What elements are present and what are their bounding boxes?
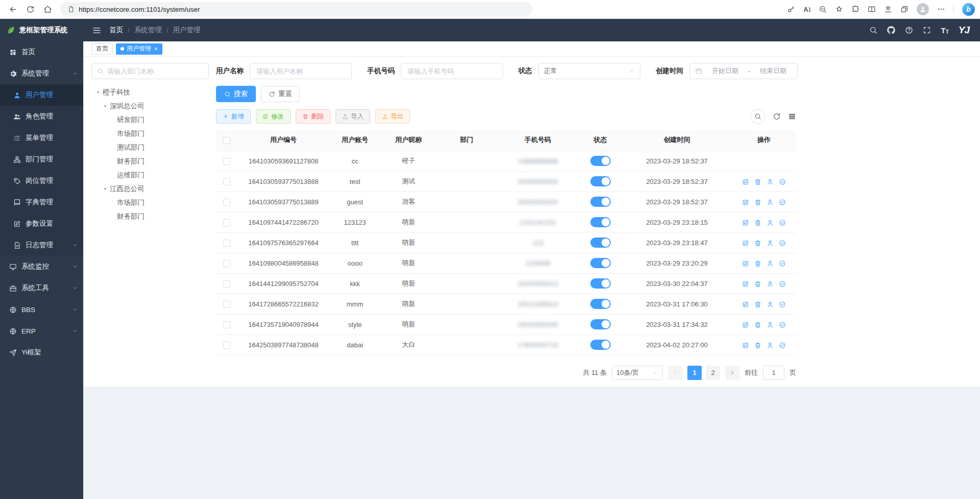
- favorites-add-icon[interactable]: [835, 5, 843, 13]
- caret-down-icon[interactable]: [101, 186, 110, 192]
- edit-square-icon[interactable]: [742, 240, 749, 247]
- trash-icon[interactable]: [754, 219, 761, 226]
- row-checkbox[interactable]: [223, 199, 230, 206]
- select-all-checkbox[interactable]: [223, 137, 230, 144]
- sidebar-item-dept-management[interactable]: 部门管理: [0, 149, 83, 170]
- date-range-picker[interactable]: 开始日期 - 结束日期: [689, 63, 798, 79]
- favorites-bar-icon[interactable]: [884, 5, 892, 13]
- collapse-menu-icon[interactable]: [92, 26, 101, 35]
- trash-icon[interactable]: [754, 260, 761, 267]
- sidebar-item-system-tools[interactable]: 系统工具: [0, 277, 83, 299]
- row-checkbox[interactable]: [223, 260, 230, 267]
- tree-node[interactable]: 测试部门: [91, 140, 209, 154]
- toggle-search-icon[interactable]: [750, 109, 766, 124]
- trash-icon[interactable]: [754, 280, 761, 288]
- goto-page-input[interactable]: [763, 366, 784, 380]
- assign-role-icon[interactable]: [779, 280, 786, 288]
- export-button[interactable]: 导出: [375, 109, 410, 124]
- reset-password-icon[interactable]: [767, 260, 774, 267]
- edit-square-icon[interactable]: [742, 260, 749, 267]
- grid-columns-icon[interactable]: [788, 112, 796, 121]
- status-toggle[interactable]: [590, 299, 611, 309]
- page-button-2[interactable]: 2: [706, 366, 720, 380]
- column-header[interactable]: 创建时间: [622, 130, 732, 151]
- column-header[interactable]: 用户账号: [329, 130, 380, 151]
- table-row[interactable]: 1641030593775013888 test 测试 15000000000 …: [216, 171, 796, 192]
- phone-input[interactable]: [401, 63, 503, 79]
- assign-role-icon[interactable]: [779, 260, 786, 267]
- reset-button[interactable]: 重置: [261, 86, 300, 102]
- modify-button[interactable]: 修改: [256, 109, 291, 124]
- trash-icon[interactable]: [754, 178, 761, 185]
- sidebar-item-system-monitor[interactable]: 系统监控: [0, 256, 83, 277]
- edit-square-icon[interactable]: [742, 280, 749, 288]
- zoom-icon[interactable]: [819, 5, 827, 13]
- prev-page-button[interactable]: [668, 366, 682, 380]
- tree-node[interactable]: 财务部门: [91, 154, 209, 168]
- table-row[interactable]: 1641097576365297664 tttt 萌新 123 2023-03-…: [216, 232, 796, 253]
- assign-role-icon[interactable]: [779, 178, 786, 185]
- column-header[interactable]: 手机号码: [497, 130, 579, 151]
- breadcrumb-item[interactable]: 系统管理: [134, 26, 162, 35]
- reset-password-icon[interactable]: [767, 240, 774, 247]
- sidebar-item-dict-management[interactable]: 字典管理: [0, 192, 83, 213]
- table-row[interactable]: 1641728665572216832 mmm 萌新 15012345614 2…: [216, 294, 796, 314]
- tab-用户管理[interactable]: 用户管理 ×: [116, 43, 162, 55]
- status-toggle[interactable]: [590, 319, 611, 329]
- sidebar-item-yi-framework[interactable]: Yi框架: [0, 342, 83, 363]
- trash-icon[interactable]: [754, 301, 761, 308]
- row-checkbox[interactable]: [223, 301, 230, 308]
- sidebar-item-user-management[interactable]: 用户管理: [0, 84, 83, 106]
- back-icon[interactable]: [5, 2, 20, 17]
- edit-square-icon[interactable]: [742, 321, 749, 328]
- help-icon[interactable]: [905, 26, 913, 34]
- trash-icon[interactable]: [754, 240, 761, 247]
- more-icon[interactable]: [937, 5, 945, 13]
- status-toggle[interactable]: [590, 217, 611, 227]
- search-button[interactable]: 搜索: [216, 86, 256, 102]
- table-row[interactable]: 1642503897748738048 dabai 大白 17600000714…: [216, 335, 796, 355]
- assign-role-icon[interactable]: [779, 240, 786, 247]
- key-icon[interactable]: [787, 5, 795, 13]
- font-size-icon[interactable]: TT: [941, 26, 948, 35]
- copilot-icon[interactable]: b: [962, 3, 975, 16]
- row-checkbox[interactable]: [223, 321, 230, 328]
- fullscreen-icon[interactable]: [923, 26, 931, 34]
- table-row[interactable]: 1641030593775013889 guest 游客 15000000000…: [216, 192, 796, 212]
- row-checkbox[interactable]: [223, 280, 230, 288]
- row-checkbox[interactable]: [223, 342, 230, 349]
- status-toggle[interactable]: [590, 258, 611, 268]
- sidebar-item-param-settings[interactable]: 参数设置: [0, 213, 83, 234]
- assign-role-icon[interactable]: [779, 219, 786, 226]
- edit-square-icon[interactable]: [742, 219, 749, 226]
- table-row[interactable]: 1641098004586958848 oooo 萌新 1234566 2023…: [216, 253, 796, 273]
- github-icon[interactable]: [887, 26, 895, 34]
- extensions-icon[interactable]: [851, 5, 859, 13]
- table-row[interactable]: 1641441299095752704 kkk 萌新 15000000013 2…: [216, 273, 796, 294]
- status-toggle[interactable]: [590, 197, 611, 207]
- reset-password-icon[interactable]: [767, 342, 774, 349]
- row-checkbox[interactable]: [223, 240, 230, 247]
- tree-node[interactable]: 深圳总公司: [91, 99, 209, 113]
- reset-password-icon[interactable]: [767, 178, 774, 185]
- app-logo[interactable]: 意框架管理系统: [0, 19, 83, 41]
- split-screen-icon[interactable]: [868, 5, 876, 13]
- edit-square-icon[interactable]: [742, 301, 749, 308]
- search-icon[interactable]: [869, 26, 877, 34]
- table-row[interactable]: 1641735719040978944 style 萌新 15000000000…: [216, 314, 796, 335]
- column-header[interactable]: 用户编号: [237, 130, 329, 151]
- tab-首页[interactable]: 首页: [91, 43, 113, 55]
- caret-down-icon[interactable]: [101, 103, 110, 109]
- edit-square-icon[interactable]: [742, 342, 749, 349]
- url-bar[interactable]: https://ccnetcore.com:1101/system/user: [60, 2, 533, 16]
- sidebar-item-system-management[interactable]: 系统管理: [0, 63, 83, 84]
- reset-password-icon[interactable]: [767, 199, 774, 206]
- trash-icon[interactable]: [754, 199, 761, 206]
- tree-node[interactable]: 市场部门: [91, 127, 209, 140]
- column-header[interactable]: 用户昵称: [380, 130, 437, 151]
- close-icon[interactable]: ×: [154, 45, 158, 53]
- assign-role-icon[interactable]: [779, 321, 786, 328]
- edit-square-icon[interactable]: [742, 178, 749, 185]
- add-button[interactable]: 新增: [216, 109, 251, 124]
- page-button-1[interactable]: 1: [687, 366, 702, 380]
